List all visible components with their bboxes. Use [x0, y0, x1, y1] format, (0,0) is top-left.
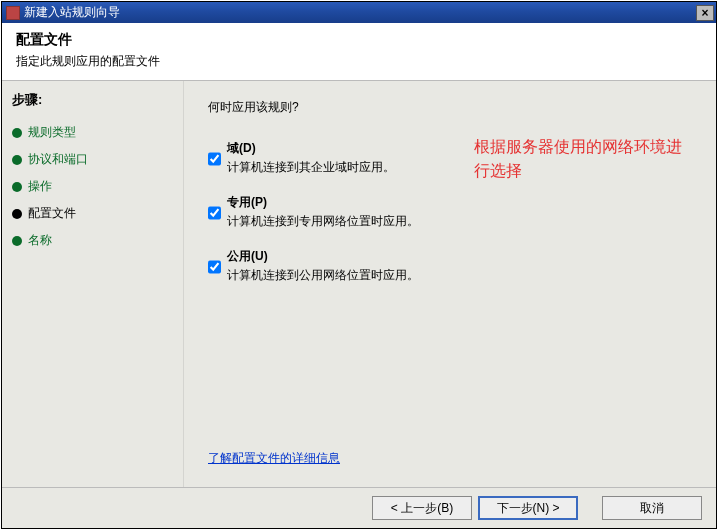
step-rule-type[interactable]: 规则类型 [12, 119, 183, 146]
step-label: 配置文件 [28, 205, 76, 222]
wizard-window: 新建入站规则向导 × 配置文件 指定此规则应用的配置文件 步骤: 规则类型 协议… [1, 1, 717, 529]
bullet-icon [12, 209, 22, 219]
step-label: 名称 [28, 232, 52, 249]
back-button[interactable]: < 上一步(B) [372, 496, 472, 520]
option-public: 公用(U) 计算机连接到公用网络位置时应用。 [208, 248, 696, 284]
option-label: 专用(P) [227, 194, 419, 211]
header: 配置文件 指定此规则应用的配置文件 [2, 23, 716, 81]
bullet-icon [12, 236, 22, 246]
footer: < 上一步(B) 下一步(N) > 取消 [2, 487, 716, 528]
step-name[interactable]: 名称 [12, 227, 183, 254]
bullet-icon [12, 155, 22, 165]
page-subtitle: 指定此规则应用的配置文件 [16, 53, 702, 70]
prompt-text: 何时应用该规则? [208, 99, 696, 116]
page-title: 配置文件 [16, 31, 702, 49]
cancel-button[interactable]: 取消 [602, 496, 702, 520]
steps-title: 步骤: [12, 91, 183, 109]
checkbox-domain[interactable] [208, 142, 221, 176]
firewall-icon [6, 6, 20, 20]
close-icon: × [701, 7, 708, 19]
option-desc: 计算机连接到公用网络位置时应用。 [227, 267, 419, 284]
option-label: 域(D) [227, 140, 395, 157]
option-private: 专用(P) 计算机连接到专用网络位置时应用。 [208, 194, 696, 230]
step-label: 操作 [28, 178, 52, 195]
next-button[interactable]: 下一步(N) > [478, 496, 578, 520]
checkbox-public[interactable] [208, 250, 221, 284]
step-label: 协议和端口 [28, 151, 88, 168]
option-label: 公用(U) [227, 248, 419, 265]
titlebar: 新建入站规则向导 × [2, 2, 716, 23]
step-action[interactable]: 操作 [12, 173, 183, 200]
learn-more-link[interactable]: 了解配置文件的详细信息 [208, 450, 696, 467]
checkbox-private[interactable] [208, 196, 221, 230]
close-button[interactable]: × [696, 5, 714, 21]
option-desc: 计算机连接到专用网络位置时应用。 [227, 213, 419, 230]
step-label: 规则类型 [28, 124, 76, 141]
bullet-icon [12, 128, 22, 138]
step-protocol-port[interactable]: 协议和端口 [12, 146, 183, 173]
option-desc: 计算机连接到其企业域时应用。 [227, 159, 395, 176]
body: 步骤: 规则类型 协议和端口 操作 配置文件 名称 [2, 81, 716, 487]
steps-sidebar: 步骤: 规则类型 协议和端口 操作 配置文件 名称 [2, 81, 184, 487]
bullet-icon [12, 182, 22, 192]
annotation-text: 根据服务器使用的网络环境进行选择 [474, 135, 694, 183]
main-panel: 何时应用该规则? 域(D) 计算机连接到其企业域时应用。 专用(P) 计算机连接… [184, 81, 716, 487]
step-profile[interactable]: 配置文件 [12, 200, 183, 227]
window-title: 新建入站规则向导 [24, 4, 120, 21]
